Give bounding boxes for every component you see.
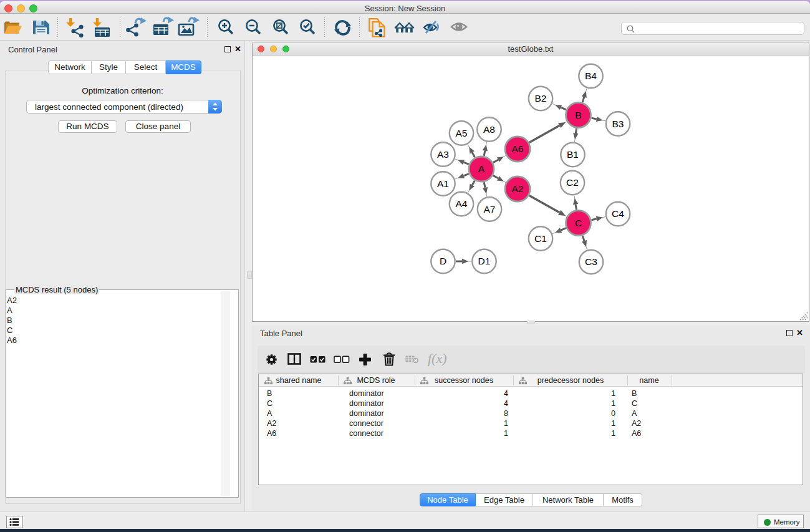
svg-text:B4: B4 — [585, 70, 597, 81]
svg-text:A4: A4 — [455, 198, 467, 209]
svg-text:B3: B3 — [612, 118, 624, 128]
svg-text:D1: D1 — [478, 256, 490, 266]
svg-text:C3: C3 — [585, 256, 597, 267]
svg-text:B2: B2 — [534, 93, 546, 104]
svg-text:C2: C2 — [566, 177, 579, 188]
svg-text:A1: A1 — [437, 178, 449, 188]
svg-text:D: D — [439, 256, 446, 266]
svg-text:C1: C1 — [534, 233, 547, 243]
svg-text:A2: A2 — [511, 183, 523, 194]
svg-text:C4: C4 — [612, 208, 624, 219]
svg-text:A6: A6 — [511, 143, 523, 154]
svg-text:A: A — [478, 163, 485, 174]
svg-text:A3: A3 — [437, 148, 449, 159]
svg-text:C: C — [574, 217, 581, 228]
svg-text:A8: A8 — [483, 123, 495, 134]
svg-text:A5: A5 — [455, 127, 467, 138]
svg-text:A7: A7 — [483, 203, 495, 214]
svg-text:B: B — [575, 109, 581, 120]
svg-text:B1: B1 — [567, 149, 579, 160]
